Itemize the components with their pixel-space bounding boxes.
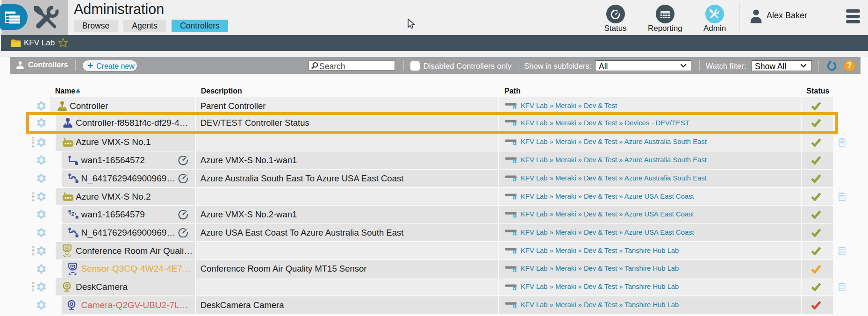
svg-text:z: z	[74, 212, 76, 215]
svg-text:Z: Z	[71, 212, 74, 217]
svg-text:z: z	[69, 212, 71, 215]
